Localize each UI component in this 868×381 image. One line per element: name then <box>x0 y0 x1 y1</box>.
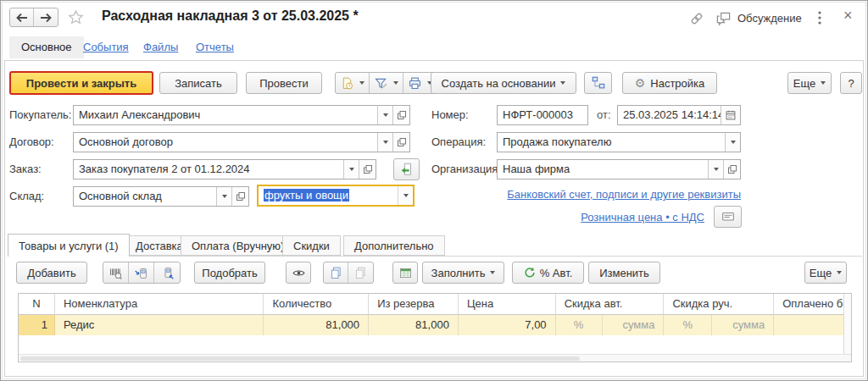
cell-nomenclature[interactable]: Редис <box>55 315 264 335</box>
tab-main[interactable]: Основное <box>9 36 84 58</box>
post-and-close-button[interactable]: Провести и закрыть <box>9 71 153 95</box>
warehouse-open-icon[interactable] <box>231 187 248 206</box>
column-header-price[interactable]: Цена <box>459 294 556 315</box>
items-table: N Номенклатура Количество Из резерва Цен… <box>18 293 852 362</box>
edit-button[interactable]: Изменить <box>588 262 660 284</box>
cell-discount-auto-sum[interactable]: сумма <box>603 315 665 335</box>
vertical-scrollbar[interactable] <box>843 294 851 354</box>
save-button[interactable]: Записать <box>159 72 237 94</box>
tab-events[interactable]: События <box>83 41 129 53</box>
tab-discounts[interactable]: Скидки <box>282 235 341 256</box>
related-documents-button[interactable] <box>584 72 612 94</box>
column-header-quantity[interactable]: Количество <box>264 294 369 315</box>
tab-files[interactable]: Файлы <box>143 41 178 53</box>
settings-button[interactable]: ⚙ Настройка <box>622 72 717 94</box>
cell-paid-bonus[interactable] <box>774 315 843 335</box>
horizontal-scrollbar-thumb[interactable] <box>20 356 580 361</box>
buyer-open-icon[interactable] <box>392 106 409 124</box>
tsd-unload-button[interactable] <box>154 262 180 283</box>
price-card-icon <box>721 209 736 224</box>
cell-price[interactable]: 7,00 <box>459 315 556 335</box>
order-label: Заказ: <box>9 159 42 179</box>
operation-field[interactable]: Продажа покупателю <box>497 132 741 152</box>
tab-reports[interactable]: Отчеты <box>196 41 234 53</box>
auto-discount-button[interactable]: % Авт. <box>512 262 584 284</box>
close-icon[interactable]: × <box>843 7 853 25</box>
post-button[interactable]: Провести <box>246 72 322 94</box>
tsd-load-button[interactable] <box>129 262 154 283</box>
cell-quantity[interactable]: 81,000 <box>264 315 369 335</box>
order-value: Заказ покупателя 2 от 01.12.2024 <box>74 160 343 179</box>
tab-additional[interactable]: Дополнительно <box>343 235 445 256</box>
cell-discount-manual-percent[interactable]: % <box>664 315 712 335</box>
column-header-discount-manual[interactable]: Скидка руч. <box>664 294 774 315</box>
fill-from-order-button[interactable] <box>393 158 420 180</box>
warehouse-label: Склад: <box>9 186 44 207</box>
discussion-icon[interactable] <box>715 10 732 26</box>
price-group-dropdown-icon[interactable] <box>398 186 413 205</box>
pick-items-button[interactable]: Подобрать <box>194 262 265 284</box>
contract-dropdown-icon[interactable] <box>377 133 392 152</box>
price-group-selected-text: фрукты и овощи <box>264 189 349 202</box>
more-button[interactable]: Еще <box>787 72 832 94</box>
forward-button[interactable] <box>34 8 58 26</box>
view-button[interactable] <box>286 262 311 284</box>
operation-dropdown-icon[interactable] <box>725 133 740 152</box>
cell-discount-manual-sum[interactable]: сумма <box>712 315 774 335</box>
arrow-left-icon <box>15 12 29 24</box>
copy-link-icon[interactable] <box>689 11 704 26</box>
price-info-button[interactable] <box>714 206 742 228</box>
column-header-paid-bonus[interactable]: Оплачено бон <box>774 294 843 315</box>
organization-open-icon[interactable] <box>723 160 740 179</box>
cell-discount-auto-percent[interactable]: % <box>556 315 603 335</box>
cell-row-number[interactable]: 1 <box>19 315 55 335</box>
date-field[interactable]: 25.03.2025 14:14:14 <box>617 105 741 125</box>
warehouse-dropdown-icon[interactable] <box>216 187 231 206</box>
scan-barcode-button[interactable] <box>103 262 129 283</box>
column-header-discount-auto[interactable]: Скидка авт. <box>556 294 665 315</box>
column-header-n[interactable]: N <box>19 294 55 315</box>
column-header-nomenclature[interactable]: Номенклатура <box>55 294 264 315</box>
number-value: НФРТ-000003 <box>498 106 587 124</box>
contract-open-icon[interactable] <box>392 133 409 152</box>
calendar-button[interactable] <box>721 106 740 124</box>
kebab-menu-icon[interactable] <box>817 10 822 25</box>
contract-field[interactable]: Основной договор <box>73 132 410 152</box>
number-field[interactable]: НФРТ-000003 <box>497 105 588 125</box>
warehouse-value: Основной склад <box>74 187 216 206</box>
tab-payment[interactable]: Оплата (Вручную) <box>181 235 295 256</box>
refresh-icon <box>524 267 536 279</box>
fill-button[interactable]: Заполнить <box>422 262 504 284</box>
arrow-right-icon <box>39 12 53 24</box>
table-more-button[interactable]: Еще <box>804 262 847 284</box>
paste-rows-button[interactable] <box>348 262 373 283</box>
warehouse-field[interactable]: Основной склад <box>73 186 249 207</box>
cell-from-reserve[interactable]: 81,000 <box>369 315 459 335</box>
back-button[interactable] <box>10 8 34 26</box>
organization-dropdown-icon[interactable] <box>708 160 723 179</box>
bank-details-link[interactable]: Банковский счет, подписи и другие реквиз… <box>505 188 741 201</box>
horizontal-scrollbar[interactable] <box>19 354 851 362</box>
terminal-in-icon <box>134 266 148 280</box>
table-empty-area <box>19 335 851 354</box>
retail-price-link[interactable]: Розничная цена • с НДС <box>505 211 704 224</box>
order-open-icon[interactable] <box>359 160 376 179</box>
buyer-field[interactable]: Михаил Александрович <box>73 105 410 125</box>
organization-field[interactable]: Наша фирма <box>497 159 741 179</box>
copy-rows-button[interactable] <box>324 262 348 283</box>
show-table-button[interactable] <box>392 262 418 284</box>
order-dropdown-icon[interactable] <box>343 160 359 179</box>
price-group-combobox[interactable]: фрукты и овощи <box>257 185 415 207</box>
add-row-button[interactable]: Добавить <box>16 262 87 284</box>
order-field[interactable]: Заказ покупателя 2 от 01.12.2024 <box>73 159 376 179</box>
favorite-star-icon[interactable] <box>68 9 84 25</box>
tab-goods-services[interactable]: Товары и услуги (1) <box>8 234 130 257</box>
column-header-from-reserve[interactable]: Из резерва <box>369 294 459 315</box>
table-row[interactable]: 1 Редис 81,000 81,000 7,00 % сумма % сум… <box>19 315 843 335</box>
posting-journal-button[interactable] <box>336 73 370 93</box>
buyer-dropdown-icon[interactable] <box>377 106 392 124</box>
help-button[interactable]: ? <box>840 72 862 94</box>
create-based-on-button[interactable]: Создать на основании <box>431 72 576 94</box>
filter-button[interactable] <box>370 73 403 93</box>
auto-discount-label: % Авт. <box>540 267 573 279</box>
